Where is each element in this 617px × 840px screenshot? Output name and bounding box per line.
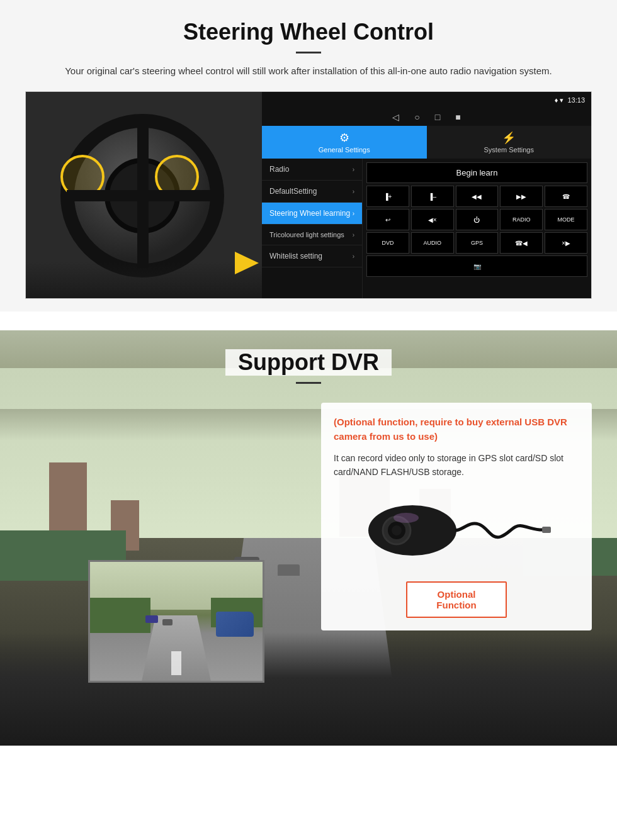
btn-back[interactable]: ↩	[366, 209, 409, 230]
chevron-icon: ›	[353, 253, 354, 260]
menu-default-label: DefaultSetting	[269, 187, 317, 196]
system-icon: ⚡	[502, 131, 516, 145]
camera-svg	[362, 490, 551, 571]
steering-section: Steering Wheel Control Your original car…	[0, 0, 617, 311]
cable	[455, 524, 545, 537]
usb-connector	[542, 527, 551, 533]
menu-whitelist-label: Whitelist setting	[269, 252, 322, 260]
begin-learn-area: Begin learn	[366, 162, 587, 183]
tab-system-label: System Settings	[484, 146, 534, 154]
control-row-4: 📷	[366, 255, 587, 277]
btn-call[interactable]: ☎	[545, 186, 587, 207]
dvr-optional-text: (Optional function, require to buy exter…	[334, 415, 579, 444]
nav-back[interactable]: ◁	[392, 112, 399, 122]
thumb-car-right	[216, 612, 254, 637]
arrow-pointer	[235, 252, 259, 274]
android-content: Radio › DefaultSetting › Steering Wheel …	[262, 159, 591, 298]
gear-icon: ⚙	[339, 131, 349, 145]
control-row-3: DVD AUDIO GPS ☎◀ ×▶	[366, 232, 587, 254]
control-panel: Begin learn ▐+ ▐– ◀◀ ▶▶ ☎ ↩ ◀× ⏻	[363, 159, 591, 298]
camera-body-svg	[368, 505, 456, 556]
btn-next[interactable]: ▶▶	[500, 186, 543, 207]
btn-audio[interactable]: AUDIO	[411, 232, 454, 254]
dvr-description: It can record video only to storage in G…	[334, 451, 579, 479]
nav-home[interactable]: ○	[414, 112, 419, 122]
optional-function-button[interactable]: Optional Function	[406, 581, 507, 618]
btn-gps[interactable]: GPS	[456, 232, 499, 254]
begin-learn-label: Begin learn	[456, 168, 498, 177]
thumb-bg	[90, 562, 263, 681]
android-tabs: ⚙ General Settings ⚡ System Settings	[262, 126, 591, 159]
steering-wheel-photo	[26, 92, 262, 299]
dvr-section: Support DVR (Optional function, require …	[0, 330, 617, 746]
page-description: Your original car's steering wheel contr…	[38, 64, 579, 79]
chevron-icon: ›	[353, 210, 354, 217]
btn-vol-up[interactable]: ▐+	[366, 186, 409, 207]
btn-mode[interactable]: MODE	[545, 209, 587, 230]
chevron-icon: ›	[353, 232, 354, 238]
btn-dvd[interactable]: DVD	[366, 232, 409, 254]
status-icons: ♦ ▾	[555, 96, 564, 104]
btn-power[interactable]: ⏻	[456, 209, 499, 230]
nav-bar: ◁ ○ □ ■	[262, 108, 591, 126]
menu-item-steering[interactable]: Steering Wheel learning ›	[262, 203, 362, 225]
dvr-camera-illustration	[334, 490, 579, 571]
light-reflection	[393, 513, 419, 523]
menu-steering-label: Steering Wheel learning	[269, 209, 350, 218]
control-row-1: ▐+ ▐– ◀◀ ▶▶ ☎	[366, 186, 587, 207]
btn-camera[interactable]: 📷	[366, 255, 587, 277]
lens-core	[392, 525, 402, 535]
btn-mute[interactable]: ◀×	[411, 209, 454, 230]
android-panel: ♦ ▾ 13:13 ◁ ○ □ ■ ⚙ General Settings ⚡ S…	[262, 92, 591, 298]
settings-menu: Radio › DefaultSetting › Steering Wheel …	[262, 159, 363, 298]
tab-general-settings[interactable]: ⚙ General Settings	[262, 126, 427, 159]
tab-general-label: General Settings	[319, 146, 370, 154]
dvr-title-area: Support DVR	[25, 349, 592, 384]
chevron-icon: ›	[353, 188, 354, 195]
chevron-icon: ›	[353, 166, 354, 173]
control-row-2: ↩ ◀× ⏻ RADIO MODE	[366, 209, 587, 230]
tab-system-settings[interactable]: ⚡ System Settings	[427, 126, 592, 159]
menu-tricolour-label: Tricoloured light settings	[269, 231, 344, 238]
dvr-title: Support DVR	[225, 349, 392, 376]
statusbar: ♦ ▾ 13:13	[262, 92, 591, 108]
btn-tel-prev[interactable]: ☎◀	[500, 232, 543, 254]
steering-header: Steering Wheel Control Your original car…	[0, 0, 617, 79]
dvr-divider	[296, 382, 321, 384]
thumb-trees-left	[90, 598, 150, 634]
menu-radio-label: Radio	[269, 165, 289, 174]
thumb-car2	[162, 619, 173, 625]
btn-radio[interactable]: RADIO	[500, 209, 543, 230]
thumb-road-line	[171, 651, 181, 675]
btn-prev[interactable]: ◀◀	[456, 186, 499, 207]
page-title: Steering Wheel Control	[25, 19, 592, 45]
title-divider	[296, 52, 321, 53]
nav-recent[interactable]: □	[435, 112, 440, 122]
thumb-car1	[145, 615, 158, 623]
btn-tel-next[interactable]: ×▶	[545, 232, 587, 254]
dvr-info-box: (Optional function, require to buy exter…	[321, 403, 592, 630]
menu-item-radio[interactable]: Radio ›	[262, 159, 362, 181]
status-time: 13:13	[567, 96, 585, 104]
nav-menu[interactable]: ■	[455, 112, 460, 122]
btn-vol-down[interactable]: ▐–	[411, 186, 454, 207]
dvr-thumbnail	[88, 560, 264, 683]
menu-item-tricolour[interactable]: Tricoloured light settings ›	[262, 225, 362, 245]
menu-item-default[interactable]: DefaultSetting ›	[262, 181, 362, 203]
menu-item-whitelist[interactable]: Whitelist setting ›	[262, 245, 362, 267]
spoke-v	[137, 123, 149, 268]
steering-screenshot: ♦ ▾ 13:13 ◁ ○ □ ■ ⚙ General Settings ⚡ S…	[25, 91, 592, 299]
